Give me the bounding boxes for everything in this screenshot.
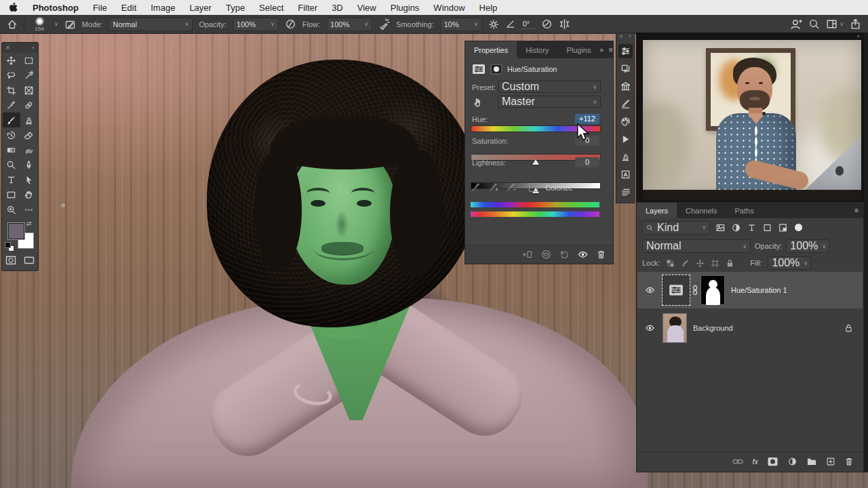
eraser-tool[interactable] — [20, 127, 38, 142]
flow-dropdown[interactable]: 100% ∨ — [326, 18, 372, 31]
edit-toolbar-icon[interactable] — [20, 202, 38, 217]
quick-mask-icon[interactable] — [5, 256, 16, 265]
frame-tool[interactable] — [20, 83, 38, 98]
lock-pixels-icon[interactable] — [681, 259, 690, 268]
menu-item-help[interactable]: Help — [479, 3, 498, 13]
lock-all-icon[interactable] — [726, 259, 734, 268]
layers-opacity-dropdown[interactable]: 100% ∨ — [786, 239, 829, 253]
airbrush-icon[interactable] — [378, 18, 390, 30]
chevron-down-icon[interactable]: ∨ — [54, 21, 58, 27]
home-icon[interactable] — [7, 19, 18, 30]
default-colors-icon[interactable] — [5, 242, 13, 250]
type-tool[interactable] — [3, 172, 20, 187]
menu-item-image[interactable]: Image — [151, 3, 175, 13]
layer-row-hue-saturation[interactable]: Hue/Saturation 1 — [637, 272, 863, 308]
color-panel-icon[interactable] — [618, 115, 633, 129]
smudge-tool[interactable] — [20, 142, 38, 157]
colorize-checkbox[interactable] — [529, 183, 538, 192]
lightness-value-input[interactable]: 0 — [575, 157, 599, 167]
targeted-adjustment-icon[interactable] — [472, 97, 484, 108]
apple-menu[interactable] — [9, 3, 18, 13]
layer-name[interactable]: Hue/Saturation 1 — [731, 286, 787, 294]
pen-tool[interactable] — [20, 157, 38, 172]
paragraph-panel-icon[interactable] — [618, 185, 633, 199]
character-panel-icon[interactable] — [618, 167, 633, 182]
brush-tool[interactable] — [3, 113, 20, 127]
tab-paths[interactable]: Paths — [726, 203, 763, 218]
foreground-color-swatch[interactable] — [8, 223, 24, 239]
layer-visibility-eye-icon[interactable] — [644, 285, 656, 295]
visibility-eye-icon[interactable] — [577, 249, 589, 260]
pressure-opacity-icon[interactable] — [285, 18, 296, 30]
tab-history[interactable]: History — [517, 41, 557, 58]
link-layers-icon[interactable] — [732, 458, 743, 466]
menu-item-plugins[interactable]: Plugins — [391, 3, 420, 13]
paint-symmetry-icon[interactable] — [559, 18, 570, 30]
smoothing-dropdown[interactable]: 10% ∨ — [440, 18, 482, 31]
delete-layer-icon[interactable] — [844, 457, 854, 466]
adjustment-layer-thumbnail[interactable] — [663, 275, 690, 305]
lock-position-icon[interactable] — [696, 259, 705, 268]
mode-dropdown[interactable]: Normal ∨ — [108, 18, 193, 31]
eyedropper-sample-icon[interactable] — [471, 182, 481, 192]
filter-smart-object-icon[interactable] — [778, 223, 788, 232]
angle-value[interactable]: 0° — [521, 19, 536, 29]
tab-layers[interactable]: Layers — [637, 203, 677, 218]
search-icon[interactable] — [808, 18, 820, 30]
lock-transparency-icon[interactable] — [666, 259, 675, 268]
account-icon[interactable] — [790, 18, 802, 30]
expand-dock-icon[interactable]: » — [629, 34, 631, 42]
filter-toggle-icon[interactable] — [795, 224, 802, 231]
menu-item-edit[interactable]: Edit — [121, 3, 136, 13]
channel-dropdown[interactable]: Master ∨ — [498, 96, 601, 108]
layer-visibility-eye-icon[interactable] — [644, 323, 656, 333]
tab-plugins[interactable]: Plugins — [557, 41, 599, 58]
reset-icon[interactable] — [559, 249, 570, 260]
menu-item-view[interactable]: View — [357, 3, 376, 13]
rectangle-tool[interactable] — [3, 187, 20, 202]
menu-item-3d[interactable]: 3D — [332, 3, 343, 13]
crop-tool[interactable] — [3, 83, 20, 98]
eyedropper-add-icon[interactable] — [488, 182, 498, 192]
filter-kind-dropdown[interactable]: Kind ∨ — [642, 221, 710, 235]
quick-selection-tool[interactable] — [20, 68, 38, 83]
menu-item-photoshop[interactable]: Photoshop — [33, 3, 79, 13]
menu-item-filter[interactable]: Filter — [298, 3, 317, 13]
new-adjustment-layer-icon[interactable] — [787, 457, 797, 466]
lasso-tool[interactable] — [3, 68, 20, 83]
marquee-tool[interactable] — [20, 53, 38, 68]
mask-link-icon[interactable] — [692, 285, 698, 296]
panel-menu-icon[interactable]: ≡ — [854, 207, 859, 214]
collapse-video-icon[interactable]: « — [857, 33, 860, 40]
layer-name[interactable]: Background — [693, 324, 733, 332]
panel-menu-icon[interactable]: ≡ — [609, 46, 613, 54]
history-panel-icon[interactable] — [618, 62, 633, 76]
swap-colors-icon[interactable]: ⇄ — [26, 220, 32, 227]
screen-mode-icon[interactable] — [24, 256, 35, 265]
blend-mode-dropdown[interactable]: Normal ∨ — [642, 239, 751, 253]
lock-artboard-icon[interactable] — [711, 259, 719, 268]
delete-adjustment-icon[interactable] — [596, 249, 606, 260]
smoothing-gear-icon[interactable] — [488, 19, 499, 30]
fill-dropdown[interactable]: 100% ∨ — [768, 256, 811, 270]
workspace-switcher-icon[interactable]: ∨ — [826, 18, 844, 30]
gradient-tool[interactable] — [3, 142, 20, 157]
pressure-size-icon[interactable] — [541, 18, 553, 30]
close-icon[interactable]: ✕ — [5, 45, 10, 51]
add-mask-icon[interactable] — [767, 457, 778, 466]
clone-source-panel-icon[interactable] — [618, 150, 633, 164]
filter-image-icon[interactable] — [715, 223, 726, 232]
saturation-slider-thumb[interactable] — [532, 159, 539, 165]
expand-panel-icon[interactable]: » — [599, 46, 604, 54]
filter-shape-icon[interactable] — [762, 223, 772, 232]
previous-state-icon[interactable] — [540, 249, 552, 260]
move-tool[interactable] — [3, 53, 20, 68]
dodge-tool[interactable] — [3, 157, 20, 172]
tab-properties[interactable]: Properties — [465, 41, 517, 58]
clone-stamp-tool[interactable] — [20, 113, 38, 127]
brush-settings-panel-icon[interactable] — [618, 97, 633, 111]
zoom-tool[interactable] — [3, 202, 20, 217]
eyedropper-subtract-icon[interactable] — [506, 182, 516, 192]
libraries-panel-icon[interactable] — [618, 79, 633, 94]
brush-settings-toggle-icon[interactable] — [64, 19, 76, 30]
